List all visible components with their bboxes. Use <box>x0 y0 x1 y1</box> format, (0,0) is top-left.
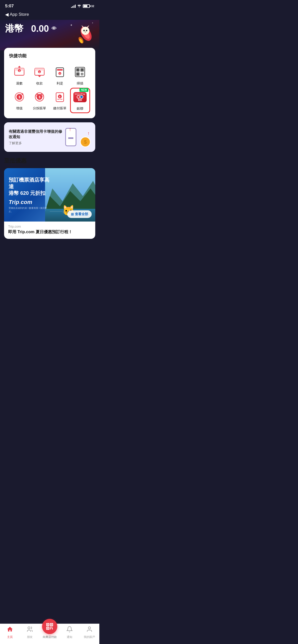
status-icons: 32 <box>71 4 94 8</box>
deal-fine-print: 受條款及細則約束 • 數量有限 • 換完即止。 <box>9 207 50 213</box>
svg-rect-39 <box>77 73 79 75</box>
svg-rect-33 <box>81 73 82 74</box>
deals-section: 至抵優惠 <box>0 152 99 239</box>
deal-brand: Trip.com <box>9 199 50 206</box>
quick-functions-title: 快捷功能 <box>9 53 90 59</box>
benefit-label: 利是 <box>57 81 63 86</box>
deal-image: 🐱 預訂機票酒店享高達 港幣 620 元折扣 Trip.com 受條款及細則約束… <box>4 168 95 222</box>
banner-title: 有關透過非滙豐信用卡增值的修改通知 <box>9 129 62 139</box>
wifi-icon <box>77 4 81 8</box>
paybill-label: 繳付賬單 <box>53 106 66 111</box>
quick-item-transfer[interactable]: $ 過數 <box>9 63 30 88</box>
banner-text: 有關透過非滙豐信用卡增值的修改通知 了解更多 <box>9 129 62 145</box>
svg-point-11 <box>86 30 87 31</box>
arrow-right-icon: ↑ <box>87 131 90 136</box>
balance-amount: 0.00 <box>31 23 49 34</box>
arrow-up-icon: ↑ <box>69 126 71 132</box>
svg-text:$: $ <box>39 95 40 99</box>
receive-label: 收款 <box>36 81 43 86</box>
status-bar: 5:07 32 <box>0 0 99 11</box>
back-arrow-icon: ◀ <box>5 12 9 17</box>
unionpay-icon: UnionPay 银联 <box>73 90 87 104</box>
svg-rect-26 <box>57 69 63 71</box>
svg-text:✦: ✦ <box>70 23 73 27</box>
quick-item-paybill[interactable]: $ 繳付賬單 <box>50 88 70 113</box>
quick-item-receive[interactable]: $ 收款 <box>30 63 50 88</box>
svg-rect-21 <box>35 68 44 70</box>
deal-description: 即用 Trip.com 夏日優惠預訂行程！ <box>8 229 91 235</box>
deal-promo: 預訂機票酒店享高達 港幣 620 元折扣 <box>9 177 50 196</box>
hero-section: 港幣 0.00 👁 ✦ ✦ · <box>0 20 99 50</box>
svg-text:·: · <box>74 35 74 37</box>
paybill-icon: $ <box>53 90 67 104</box>
svg-point-0 <box>79 7 79 7</box>
status-time: 5:07 <box>5 4 14 9</box>
svg-rect-34 <box>83 73 84 74</box>
quick-item-unionpay[interactable]: NEW UnionPay 银联 銀聯 <box>70 88 90 113</box>
deals-title: 至抵優惠 <box>4 157 95 165</box>
new-badge: NEW <box>79 88 88 92</box>
topup-icon: $ <box>12 90 26 104</box>
coin-graphic: $ <box>80 137 91 147</box>
banner-link[interactable]: 了解更多 <box>9 141 62 145</box>
unionpay-label: 銀聯 <box>77 106 83 111</box>
split-label: 分拆賬單 <box>33 106 46 111</box>
deal-card-trip[interactable]: 🐱 預訂機票酒店享高達 港幣 620 元折扣 Trip.com 受條款及細則約束… <box>4 168 95 239</box>
back-label: App Store <box>10 12 29 17</box>
transfer-label: 過數 <box>16 81 23 86</box>
svg-text:$: $ <box>19 95 20 99</box>
svg-text:$: $ <box>59 95 60 98</box>
svg-point-5 <box>81 27 89 35</box>
quick-item-topup[interactable]: $ 增值 <box>9 88 30 113</box>
quick-item-scan[interactable]: 掃描 <box>70 63 90 88</box>
svg-rect-37 <box>77 69 79 71</box>
receive-icon: $ <box>32 65 47 79</box>
svg-rect-36 <box>83 74 84 75</box>
topup-label: 增值 <box>16 106 23 111</box>
svg-point-10 <box>83 30 85 31</box>
battery-level: 32 <box>91 5 94 8</box>
deal-content: 預訂機票酒店享高達 港幣 620 元折扣 Trip.com 受條款及細則約束 •… <box>4 168 54 222</box>
svg-text:✦: ✦ <box>92 22 93 24</box>
back-button[interactable]: ◀ App Store <box>0 11 99 20</box>
banner-visual: ▬ $ ↑ ↑ <box>65 127 91 147</box>
deal-info: Trip.com 即用 Trip.com 夏日優惠預訂行程！ <box>4 222 95 239</box>
scan-icon <box>73 65 87 79</box>
deal-provider: Trip.com <box>8 225 91 228</box>
trip-logo: Trip.com <box>9 199 32 206</box>
svg-rect-38 <box>81 69 83 71</box>
benefit-icon: $ <box>53 65 67 79</box>
transfer-icon: $ <box>12 65 26 79</box>
visibility-toggle[interactable]: 👁 <box>51 26 57 32</box>
quick-functions-grid: $ 過數 $ 收款 <box>9 63 90 113</box>
currency-label: 港幣 <box>5 22 23 35</box>
signal-icon <box>71 4 76 8</box>
battery-icon <box>83 4 90 8</box>
quick-item-benefit[interactable]: $ 利是 <box>50 63 70 88</box>
notification-banner[interactable]: 有關透過非滙豐信用卡增值的修改通知 了解更多 ▬ $ ↑ ↑ <box>4 122 95 152</box>
quick-functions-card: 快捷功能 $ 過數 <box>4 48 95 118</box>
scan-label: 掃描 <box>77 81 83 86</box>
svg-rect-35 <box>81 74 82 75</box>
hero-decoration: ✦ ✦ · <box>66 20 97 49</box>
view-all-button[interactable]: ⊞ 查看全部 <box>67 210 92 218</box>
quick-item-split[interactable]: $ 分拆賬單 <box>30 88 50 113</box>
split-icon: $ <box>32 90 47 104</box>
